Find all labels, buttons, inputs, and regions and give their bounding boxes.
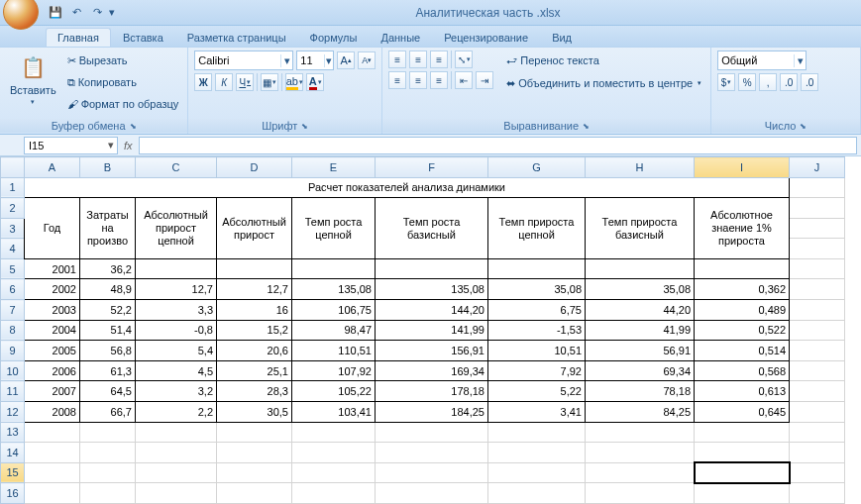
row-header[interactable]: 3 <box>1 218 25 239</box>
cell[interactable] <box>790 462 845 483</box>
data-cell[interactable] <box>488 258 586 279</box>
dec-decimal-button[interactable]: .0 <box>801 73 818 91</box>
wrap-text-button[interactable]: ⮐Перенос текста <box>503 50 704 70</box>
data-cell[interactable]: 2002 <box>25 279 80 300</box>
data-cell[interactable]: 2004 <box>25 320 80 341</box>
cell[interactable] <box>80 422 136 443</box>
table-header[interactable]: Абсолютное знаение 1% прироста <box>695 198 790 259</box>
cell[interactable] <box>586 483 695 504</box>
cell[interactable] <box>217 422 292 443</box>
cell[interactable] <box>790 198 845 219</box>
data-cell[interactable]: 0,613 <box>695 381 790 402</box>
cell[interactable] <box>376 422 488 443</box>
tab-4[interactable]: Данные <box>369 28 432 47</box>
data-cell[interactable]: 30,5 <box>217 401 292 422</box>
data-cell[interactable]: 61,3 <box>80 360 136 381</box>
data-cell[interactable]: 66,7 <box>80 401 136 422</box>
data-cell[interactable]: 169,34 <box>376 360 488 381</box>
cell[interactable] <box>292 443 376 463</box>
data-cell[interactable]: 12,7 <box>217 279 292 300</box>
select-all-corner[interactable] <box>1 157 25 178</box>
data-cell[interactable] <box>292 258 376 279</box>
currency-button[interactable]: $ <box>717 73 735 91</box>
chevron-down-icon[interactable]: ▾ <box>324 54 334 67</box>
row-header[interactable]: 7 <box>1 300 25 321</box>
data-cell[interactable]: 56,8 <box>80 341 136 361</box>
comma-button[interactable]: , <box>759 73 777 91</box>
data-cell[interactable]: 2,2 <box>136 401 217 422</box>
data-cell[interactable]: 106,75 <box>292 300 376 321</box>
data-cell[interactable]: 2005 <box>25 341 80 361</box>
data-cell[interactable]: 103,41 <box>292 401 376 422</box>
data-cell[interactable]: 0,645 <box>695 401 790 422</box>
copy-button[interactable]: ⧉Копировать <box>64 72 182 92</box>
fill-color-button[interactable]: ab <box>285 73 303 91</box>
data-cell[interactable]: 35,08 <box>488 279 586 300</box>
table-title[interactable]: Расчет показателей анализа динамики <box>25 177 790 198</box>
data-cell[interactable]: 52,2 <box>80 300 136 321</box>
cell[interactable] <box>488 483 586 504</box>
col-header[interactable]: G <box>488 157 586 178</box>
cell[interactable] <box>790 360 845 381</box>
cell[interactable] <box>790 177 845 198</box>
data-cell[interactable]: 44,20 <box>586 300 695 321</box>
indent-dec-button[interactable]: ⇤ <box>455 71 473 89</box>
data-cell[interactable] <box>136 258 217 279</box>
data-cell[interactable] <box>217 258 292 279</box>
painter-button[interactable]: 🖌Формат по образцу <box>64 94 182 114</box>
data-cell[interactable]: 3,41 <box>488 401 586 422</box>
col-header[interactable]: J <box>790 157 845 178</box>
cell[interactable] <box>586 462 695 483</box>
number-format-input[interactable] <box>718 54 794 66</box>
redo-icon[interactable]: ↷ <box>88 4 106 22</box>
cell[interactable] <box>695 422 790 443</box>
shrink-font-button[interactable]: A▾ <box>358 51 376 69</box>
merge-center-button[interactable]: ⬌Объединить и поместить в центре▾ <box>503 73 704 93</box>
data-cell[interactable]: 3,2 <box>136 381 217 402</box>
tab-2[interactable]: Разметка страницы <box>175 28 298 47</box>
cell[interactable] <box>790 279 845 300</box>
data-cell[interactable]: 69,34 <box>586 360 695 381</box>
data-cell[interactable] <box>376 258 488 279</box>
row-header[interactable]: 6 <box>1 279 25 300</box>
data-cell[interactable]: 2008 <box>25 401 80 422</box>
data-cell[interactable]: 64,5 <box>80 381 136 402</box>
chevron-down-icon[interactable]: ▾ <box>280 54 292 67</box>
data-cell[interactable]: 141,99 <box>376 320 488 341</box>
data-cell[interactable]: 0,514 <box>695 341 790 361</box>
cell[interactable] <box>292 483 376 504</box>
col-header[interactable]: B <box>80 157 136 178</box>
cell[interactable] <box>790 239 845 259</box>
data-cell[interactable]: 156,91 <box>376 341 488 361</box>
cell[interactable] <box>695 443 790 463</box>
align-top-button[interactable]: ≡ <box>388 50 406 68</box>
table-header[interactable]: Темп прироста цепной <box>488 198 586 259</box>
font-size-input[interactable] <box>297 54 323 66</box>
cell[interactable] <box>136 462 217 483</box>
bold-button[interactable]: Ж <box>194 73 212 91</box>
name-box-input[interactable] <box>25 140 105 151</box>
data-cell[interactable]: 98,47 <box>292 320 376 341</box>
expand-icon[interactable]: ⬊ <box>130 122 137 131</box>
cut-button[interactable]: ✂Вырезать <box>64 50 182 70</box>
data-cell[interactable]: 48,9 <box>80 279 136 300</box>
data-cell[interactable]: 4,5 <box>136 360 217 381</box>
tab-1[interactable]: Вставка <box>111 28 175 47</box>
tab-5[interactable]: Рецензирование <box>432 28 540 47</box>
data-cell[interactable]: 2007 <box>25 381 80 402</box>
data-cell[interactable]: 7,92 <box>488 360 586 381</box>
table-header[interactable]: Год <box>25 198 80 259</box>
row-header[interactable]: 16 <box>1 483 25 504</box>
font-size-combo[interactable]: ▾ <box>296 50 334 70</box>
cell[interactable] <box>586 443 695 463</box>
row-header[interactable]: 10 <box>1 360 25 381</box>
cell[interactable] <box>790 258 845 279</box>
data-cell[interactable]: 2001 <box>25 258 80 279</box>
row-header[interactable]: 12 <box>1 401 25 422</box>
col-header[interactable]: C <box>136 157 217 178</box>
cell[interactable] <box>695 483 790 504</box>
cell[interactable] <box>25 462 80 483</box>
expand-icon[interactable]: ⬊ <box>301 122 308 131</box>
data-cell[interactable]: 16 <box>217 300 292 321</box>
data-cell[interactable]: 0,489 <box>695 300 790 321</box>
